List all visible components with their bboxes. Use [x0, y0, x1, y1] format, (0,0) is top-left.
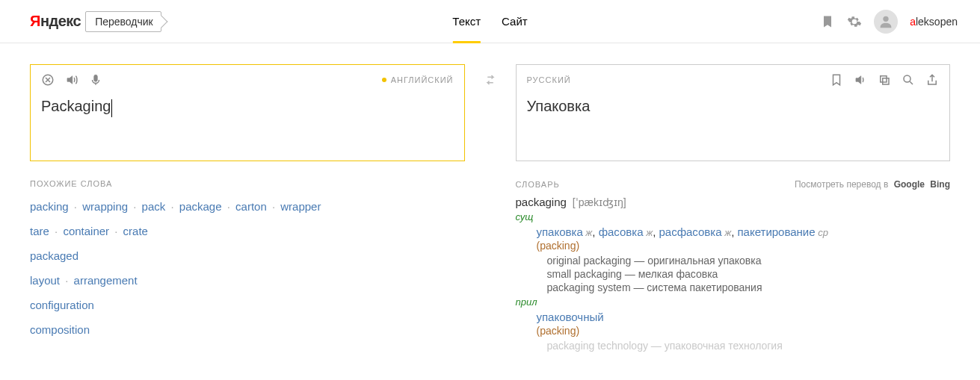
- text-cursor: [111, 99, 112, 117]
- similar-word[interactable]: packaged: [30, 249, 78, 262]
- svg-point-0: [883, 16, 888, 21]
- tab-text[interactable]: Текст: [452, 0, 481, 43]
- dict-ipa: [ˈpækɪʤɪŋ]: [573, 196, 626, 208]
- svg-rect-3: [881, 76, 887, 82]
- similar-word[interactable]: wrapper: [280, 200, 321, 213]
- similar-word[interactable]: pack: [142, 200, 166, 213]
- svg-rect-4: [883, 78, 889, 84]
- similar-words: packing · wrapping · pack · package · ca…: [30, 199, 465, 337]
- translation-link[interactable]: расфасовка: [659, 225, 721, 238]
- svg-point-5: [904, 75, 910, 82]
- part-of-speech: прил: [516, 296, 951, 308]
- similar-word[interactable]: configuration: [30, 299, 94, 311]
- external-lookup: Посмотреть перевод в Google Bing: [795, 179, 950, 190]
- gear-icon[interactable]: [847, 14, 862, 29]
- dictionary-entry: packaging [ˈpækɪʤɪŋ] сущупаковка ж, фасо…: [516, 196, 951, 352]
- clear-icon[interactable]: [41, 73, 55, 87]
- similar-word[interactable]: container: [63, 225, 109, 237]
- svg-rect-2: [94, 75, 98, 81]
- search-icon[interactable]: [902, 73, 915, 87]
- target-language[interactable]: РУССКИЙ: [527, 75, 571, 84]
- target-panel: РУССКИЙ Упаковка: [516, 64, 951, 161]
- lookup-google[interactable]: Google: [894, 179, 925, 190]
- app-header: Яндекс Переводчик Текст Сайт aleksopen: [0, 0, 980, 43]
- target-text: Упаковка: [527, 98, 591, 115]
- similar-word[interactable]: wrapping: [82, 200, 128, 213]
- dictionary-heading: СЛОВАРЬ: [516, 180, 560, 189]
- brand-logo: Яндекс: [30, 13, 81, 30]
- brand[interactable]: Яндекс Переводчик: [30, 11, 161, 32]
- similar-word[interactable]: composition: [30, 323, 90, 336]
- dict-headword: packaging: [516, 196, 567, 208]
- example: original packaging — оригинальная упаков…: [547, 255, 951, 267]
- translation-link[interactable]: фасовка: [599, 225, 644, 238]
- service-name[interactable]: Переводчик: [85, 11, 161, 32]
- similar-word[interactable]: arrangement: [74, 274, 138, 287]
- example: small packaging — мелкая фасовка: [547, 268, 951, 280]
- similar-word[interactable]: packing: [30, 200, 69, 213]
- lookup-bing[interactable]: Bing: [930, 179, 950, 190]
- mode-tabs: Текст Сайт: [452, 0, 527, 43]
- source-language[interactable]: АНГЛИЙСКИЙ: [382, 75, 454, 84]
- example: packaging technology — упаковочная техно…: [547, 340, 951, 352]
- bookmark-icon[interactable]: [820, 14, 835, 29]
- translation-link[interactable]: пакетирование: [737, 225, 815, 238]
- speaker-icon[interactable]: [854, 73, 867, 87]
- similar-word[interactable]: layout: [30, 274, 60, 287]
- part-of-speech: сущ: [516, 211, 951, 222]
- similar-word[interactable]: carton: [235, 200, 267, 213]
- similar-heading: ПОХОЖИЕ СЛОВА: [30, 179, 465, 188]
- microphone-icon[interactable]: [89, 73, 102, 87]
- similar-word[interactable]: tare: [30, 225, 49, 237]
- swap-languages[interactable]: [480, 73, 501, 87]
- similar-word[interactable]: package: [179, 200, 222, 213]
- bookmark-icon[interactable]: [830, 73, 843, 87]
- share-icon[interactable]: [925, 73, 939, 87]
- avatar[interactable]: [874, 10, 898, 34]
- source-panel[interactable]: АНГЛИЙСКИЙ Packaging: [30, 64, 465, 161]
- translation-link[interactable]: упаковочный: [537, 311, 604, 323]
- similar-word[interactable]: crate: [123, 225, 148, 237]
- username[interactable]: aleksopen: [910, 16, 958, 28]
- source-text[interactable]: Packaging: [41, 98, 111, 115]
- example: packaging system — система пакетирования: [547, 281, 951, 293]
- dict-origin: (packing): [537, 240, 951, 252]
- dict-origin: (packing): [537, 325, 951, 337]
- translation-link[interactable]: упаковка: [537, 225, 583, 238]
- copy-icon[interactable]: [878, 73, 891, 87]
- speaker-icon[interactable]: [65, 73, 78, 87]
- tab-site[interactable]: Сайт: [502, 0, 528, 43]
